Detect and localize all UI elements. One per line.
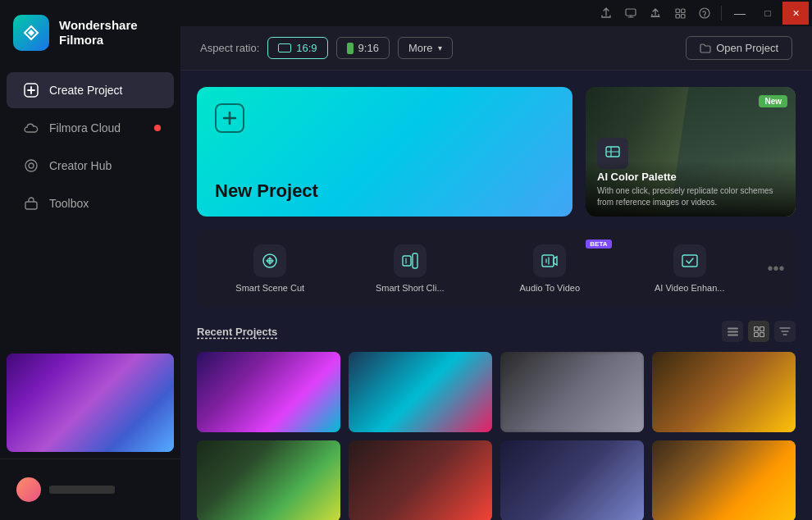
cloud-icon — [23, 120, 39, 136]
sort-button[interactable] — [774, 321, 796, 342]
ratio-169-button[interactable]: 16:9 — [267, 37, 327, 59]
sidebar-item-label: Filmora Cloud — [49, 121, 121, 135]
svg-rect-23 — [760, 326, 764, 331]
new-badge: New — [759, 95, 787, 107]
svg-rect-17 — [542, 255, 554, 267]
ratio-916-icon — [347, 43, 354, 54]
ai-card-description: With one click, precisely replicate colo… — [597, 185, 784, 208]
new-project-label: New Project — [215, 180, 318, 202]
sidebar-item-label: Creator Hub — [49, 159, 112, 172]
ratio-169-icon — [278, 43, 291, 52]
svg-rect-20 — [728, 331, 738, 332]
aspect-ratio-section: Aspect ratio: 16:9 9:16 More ▾ — [200, 37, 453, 59]
media-thumbnail[interactable] — [652, 352, 796, 432]
more-tools-button[interactable]: ••• — [761, 251, 791, 286]
media-thumbnail[interactable] — [349, 352, 492, 432]
media-thumbnail[interactable] — [500, 352, 644, 432]
sidebar-item-creator-hub[interactable]: Creator Hub — [7, 148, 174, 184]
smart-scene-cut-label: Smart Scene Cut — [235, 283, 304, 293]
ratio-916-label: 9:16 — [358, 42, 379, 54]
recent-section-header: Recent Projects — [197, 321, 796, 342]
svg-rect-18 — [682, 255, 697, 267]
svg-rect-19 — [728, 327, 738, 329]
aspect-ratio-label: Aspect ratio: — [200, 42, 259, 54]
ai-tool-smart-scene-cut[interactable]: Smart Scene Cut — [202, 236, 339, 301]
ai-tool-audio-to-video[interactable]: BETA Audio To Video — [481, 236, 618, 301]
ai-tools-row: Smart Scene Cut Smart Short Cli... — [197, 230, 796, 308]
svg-rect-24 — [754, 332, 758, 336]
view-grid-button[interactable] — [748, 321, 769, 342]
help-icon[interactable] — [693, 2, 716, 25]
upload-icon[interactable] — [644, 2, 667, 25]
toolbox-icon — [23, 195, 39, 212]
open-project-button[interactable]: Open Project — [686, 36, 792, 60]
svg-rect-4 — [25, 202, 37, 209]
ratio-916-button[interactable]: 9:16 — [336, 37, 390, 59]
media-thumbnail[interactable] — [500, 440, 644, 520]
app-wrapper: Wondershare Filmora Create Project — [0, 0, 812, 520]
ai-feature-card[interactable]: New AI Color Palette With one click, pre… — [586, 87, 796, 217]
media-thumbnail[interactable] — [197, 352, 340, 432]
smart-short-clip-label: Smart Short Cli... — [376, 283, 445, 293]
user-profile-item[interactable] — [0, 469, 180, 510]
app-title: Wondershare Filmora — [59, 18, 167, 48]
topbar: Aspect ratio: 16:9 9:16 More ▾ — [180, 26, 812, 71]
svg-rect-6 — [676, 9, 680, 13]
create-icon — [23, 82, 39, 98]
sidebar-item-label: Create Project — [49, 84, 122, 97]
new-project-add-icon — [215, 103, 244, 133]
svg-rect-21 — [728, 334, 738, 335]
media-thumbnail[interactable] — [349, 440, 492, 520]
app-header: — □ ✕ — [180, 0, 812, 26]
sidebar-item-toolbox[interactable]: Toolbox — [7, 185, 174, 221]
ai-tool-smart-short-clip[interactable]: Smart Short Cli... — [342, 236, 479, 301]
audio-to-video-label: Audio To Video — [519, 283, 580, 293]
recent-title: Recent Projects — [197, 326, 277, 338]
sidebar-item-create-project[interactable]: Create Project — [7, 72, 174, 108]
sidebar-bottom — [0, 458, 180, 520]
share-icon[interactable] — [595, 2, 618, 25]
view-list-button[interactable] — [722, 321, 743, 342]
notification-dot — [154, 125, 161, 131]
more-button[interactable]: More ▾ — [398, 37, 453, 59]
app-logo-icon — [13, 15, 49, 51]
folder-icon — [700, 43, 711, 53]
more-chevron-icon: ▾ — [438, 43, 442, 52]
ai-tool-ai-video-enhance[interactable]: AI Video Enhan... — [622, 236, 759, 301]
sidebar-preview-thumbnail — [7, 354, 174, 452]
svg-rect-25 — [760, 332, 764, 336]
beta-badge: BETA — [586, 239, 611, 249]
open-project-label: Open Project — [716, 42, 778, 54]
smart-short-clip-icon — [394, 244, 427, 277]
main-content: — □ ✕ Aspect ratio: 16:9 9:16 More ▾ — [180, 0, 812, 520]
svg-point-11 — [704, 16, 705, 17]
ai-card-title: AI Color Palette — [597, 171, 784, 183]
logo-area: Wondershare Filmora — [0, 0, 180, 64]
svg-rect-16 — [413, 253, 417, 268]
smart-scene-cut-icon — [253, 244, 286, 277]
media-thumbnail[interactable] — [197, 440, 340, 520]
nav-items: Create Project Filmora Cloud — [0, 64, 180, 347]
new-project-card[interactable]: New Project — [197, 87, 573, 217]
hub-icon — [23, 157, 39, 174]
ai-video-enhance-icon — [673, 244, 706, 277]
maximize-button[interactable]: □ — [755, 2, 781, 25]
titlebar-divider — [721, 6, 722, 21]
monitor-icon[interactable] — [619, 2, 642, 25]
svg-rect-8 — [676, 14, 680, 18]
media-grid — [197, 352, 796, 520]
svg-point-2 — [25, 160, 37, 171]
ai-video-enhance-label: AI Video Enhan... — [655, 283, 724, 293]
more-label: More — [408, 42, 433, 54]
svg-point-3 — [29, 163, 34, 168]
close-button[interactable]: ✕ — [782, 2, 809, 25]
audio-to-video-icon — [533, 244, 566, 277]
minimize-button[interactable]: — — [727, 2, 753, 25]
ai-card-overlay: AI Color Palette With one click, precise… — [586, 161, 796, 217]
sidebar-item-label: Toolbox — [49, 197, 89, 210]
sidebar: Wondershare Filmora Create Project — [0, 0, 180, 520]
grid-layout-icon[interactable] — [668, 2, 691, 25]
media-thumbnail[interactable] — [652, 440, 796, 520]
sidebar-item-filmora-cloud[interactable]: Filmora Cloud — [7, 110, 174, 146]
svg-rect-5 — [626, 9, 636, 16]
